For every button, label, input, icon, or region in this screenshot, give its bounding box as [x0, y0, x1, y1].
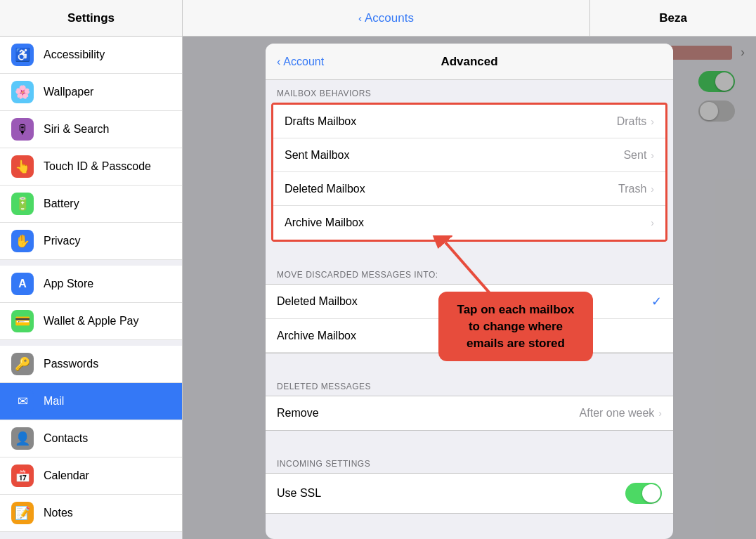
sidebar-item-siri[interactable]: 🎙 Siri & Search [0, 111, 182, 148]
deleted-label: Deleted Mailbox [285, 183, 365, 195]
sidebar-label-mail: Mail [44, 395, 64, 408]
modal-header: ‹ Account Advanced [266, 44, 673, 80]
remove-label: Remove [277, 407, 319, 420]
ssl-item: Use SSL [266, 474, 673, 513]
section-header-incoming: INCOMING SETTINGS [266, 450, 673, 473]
drafts-value: Drafts [617, 115, 647, 128]
sent-right: Sent › [623, 149, 654, 162]
incoming-settings-group: Use SSL [266, 473, 673, 514]
svg-line-1 [445, 242, 495, 299]
modal-overlay: ‹ Account Advanced MAILBOX BEHAVIORS Dra… [183, 37, 756, 539]
remove-value: After one week [580, 407, 655, 420]
ssl-label: Use SSL [277, 487, 321, 500]
privacy-icon: ✋ [11, 230, 34, 252]
sidebar-label-wallet: Wallet & Apple Pay [44, 315, 138, 327]
section-header-mailbox: MAILBOX BEHAVIORS [266, 80, 673, 103]
battery-icon: 🔋 [11, 193, 34, 215]
sent-value: Sent [623, 149, 646, 162]
calendar-icon: 📅 [11, 465, 34, 487]
remove-right: After one week › [580, 407, 662, 420]
drafts-chevron-icon: › [651, 116, 654, 127]
passwords-icon: 🔑 [11, 353, 34, 375]
sidebar-item-calendar[interactable]: 📅 Calendar [0, 457, 182, 495]
mail-icon: ✉ [11, 390, 34, 413]
archive-right: › [651, 217, 654, 228]
deleted-move-label: Deleted Mailbox [277, 295, 358, 308]
sent-mailbox-item[interactable]: Sent Mailbox Sent › [273, 138, 665, 172]
sidebar-item-wallet[interactable]: 💳 Wallet & Apple Pay [0, 303, 182, 340]
drafts-right: Drafts › [617, 115, 654, 128]
sidebar-label-passwords: Passwords [44, 358, 98, 370]
sidebar: ♿ Accessibility 🌸 Wallpaper 🎙 Siri & Sea… [0, 37, 183, 539]
sidebar-label-siri: Siri & Search [44, 123, 109, 136]
back-chevron-icon: ‹ [358, 12, 362, 24]
move-discarded-group: Deleted Mailbox ✓ Archive Mailbox Tap on… [266, 284, 673, 353]
accounts-label: Accounts [365, 11, 414, 25]
sidebar-label-appstore: App Store [44, 278, 93, 290]
modal-back-label: Account [283, 56, 324, 68]
siri-icon: 🎙 [11, 118, 34, 141]
sidebar-label-accessibility: Accessibility [44, 48, 105, 61]
sidebar-item-wallpaper[interactable]: 🌸 Wallpaper [0, 74, 182, 111]
deleted-messages-group: Remove After one week › [266, 396, 673, 431]
sidebar-item-privacy[interactable]: ✋ Privacy [0, 223, 182, 260]
modal-title: Advanced [441, 55, 497, 69]
sidebar-label-wallpaper: Wallpaper [44, 86, 93, 98]
contacts-icon: 👤 [11, 427, 34, 450]
checkmark-icon: ✓ [651, 294, 662, 309]
sidebar-item-passwords[interactable]: 🔑 Passwords [0, 346, 182, 383]
top-bar: Settings ‹ Accounts Beza [0, 0, 756, 37]
account-title: Beza [590, 0, 756, 36]
sidebar-item-mail[interactable]: ✉ Mail [0, 383, 182, 420]
section-header-deleted: DELETED MESSAGES [266, 373, 673, 396]
archive-mailbox-item[interactable]: Archive Mailbox › [273, 206, 665, 240]
deleted-chevron-icon: › [651, 183, 654, 195]
annotation-container: Tap on each mailbox to change where emai… [438, 292, 593, 361]
annotation-text: Tap on each mailbox to change where emai… [457, 303, 575, 350]
sidebar-label-contacts: Contacts [44, 432, 88, 445]
touchid-icon: 👆 [11, 155, 34, 178]
archive-move-label: Archive Mailbox [277, 330, 356, 342]
wallpaper-icon: 🌸 [11, 81, 34, 103]
modal-back-chevron-icon: ‹ [277, 56, 280, 68]
deleted-value: Trash [618, 183, 646, 195]
drafts-label: Drafts Mailbox [285, 115, 356, 128]
beza-label: Beza [659, 11, 687, 25]
sent-label: Sent Mailbox [285, 149, 350, 162]
sidebar-label-battery: Battery [44, 197, 79, 210]
deleted-mailbox-item[interactable]: Deleted Mailbox Trash › [273, 172, 665, 206]
deleted-right: Trash › [618, 183, 654, 195]
sidebar-item-touchid[interactable]: 👆 Touch ID & Passcode [0, 148, 182, 186]
accounts-back[interactable]: ‹ Accounts [183, 0, 590, 36]
sidebar-label-touchid: Touch ID & Passcode [44, 160, 151, 173]
sidebar-label-notes: Notes [44, 507, 73, 519]
drafts-mailbox-item[interactable]: Drafts Mailbox Drafts › [273, 105, 665, 138]
ssl-toggle[interactable] [625, 483, 662, 504]
modal-back-button[interactable]: ‹ Account [277, 56, 324, 68]
sidebar-item-notes[interactable]: 📝 Notes [0, 495, 182, 532]
sidebar-item-contacts[interactable]: 👤 Contacts [0, 420, 182, 457]
settings-title-text: Settings [67, 11, 115, 25]
sidebar-label-privacy: Privacy [44, 235, 80, 247]
notes-icon: 📝 [11, 502, 34, 524]
settings-title: Settings [0, 0, 183, 36]
remove-chevron-icon: › [658, 408, 662, 419]
archive-label: Archive Mailbox [285, 216, 364, 229]
right-panel: › ‹ Account Advanced MAILBOX BEHAV [183, 37, 756, 539]
main-area: ♿ Accessibility 🌸 Wallpaper 🎙 Siri & Sea… [0, 37, 756, 539]
modal-panel: ‹ Account Advanced MAILBOX BEHAVIORS Dra… [266, 44, 673, 539]
sidebar-item-accessibility[interactable]: ♿ Accessibility [0, 37, 182, 74]
sidebar-label-calendar: Calendar [44, 469, 89, 482]
mailbox-behaviors-group: Drafts Mailbox Drafts › Sent Mailbox Sen… [271, 103, 667, 242]
appstore-icon: A [11, 273, 34, 295]
sidebar-item-battery[interactable]: 🔋 Battery [0, 186, 182, 223]
wallet-icon: 💳 [11, 310, 34, 332]
annotation-arrow-icon [424, 235, 509, 306]
accessibility-icon: ♿ [11, 44, 34, 66]
remove-item[interactable]: Remove After one week › [266, 396, 673, 430]
sidebar-item-appstore[interactable]: A App Store [0, 266, 182, 303]
archive-chevron-icon: › [651, 217, 654, 228]
sent-chevron-icon: › [651, 150, 654, 161]
